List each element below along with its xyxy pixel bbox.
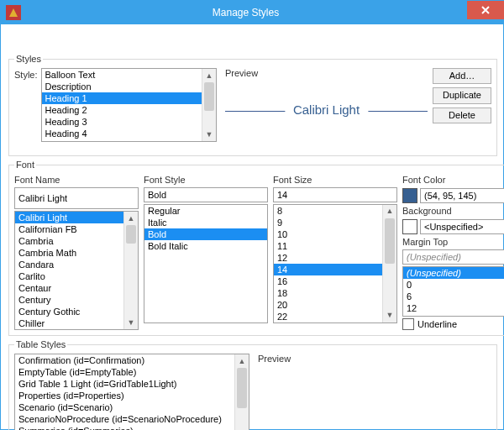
list-item[interactable]: Regular: [144, 205, 267, 217]
list-item[interactable]: Candara: [15, 259, 124, 270]
list-item[interactable]: 16: [274, 275, 383, 287]
window-title: Manage Styles: [24, 7, 467, 18]
font-color-label: Font Color: [402, 175, 504, 186]
underline-checkbox[interactable]: Underline: [402, 318, 504, 330]
list-item[interactable]: Balloon Text: [42, 69, 202, 81]
scroll-thumb[interactable]: [204, 82, 214, 111]
table-styles-group: Table Styles Confirmation (id=Confirmati…: [8, 339, 497, 430]
list-item[interactable]: Century: [15, 294, 124, 306]
list-item[interactable]: Calibri Light: [15, 212, 124, 223]
list-item[interactable]: Cambria: [15, 235, 124, 247]
list-item[interactable]: 22: [274, 311, 383, 322]
list-item[interactable]: Chiller: [15, 317, 124, 329]
list-item[interactable]: 12: [274, 252, 383, 264]
scrollbar[interactable]: ▲ ▼: [234, 354, 249, 430]
table-preview-label: Preview: [258, 354, 491, 364]
style-preview: Calibri Light: [225, 79, 428, 150]
duplicate-button[interactable]: Duplicate: [433, 87, 491, 103]
list-item[interactable]: Cambria Math: [15, 247, 124, 259]
list-item[interactable]: Summaries (id=Summaries): [15, 425, 235, 430]
scrollbar[interactable]: ▲ ▼: [202, 69, 216, 141]
font-color-swatch: [402, 188, 417, 203]
scroll-up-icon: ▲: [235, 354, 249, 368]
font-group: Font Font Name Calibri Light Californian…: [8, 160, 504, 336]
checkbox-box: [402, 318, 414, 330]
list-item[interactable]: Heading 3: [42, 116, 202, 128]
scroll-down-icon: ▼: [124, 316, 138, 329]
background-swatch: [402, 219, 417, 234]
font-size-list[interactable]: 8 9 10 11 12 14 16 18 20 22 ▲: [273, 204, 397, 323]
list-item[interactable]: (Unspecified): [403, 267, 504, 279]
list-item[interactable]: Heading 2: [42, 104, 202, 116]
app-icon: [6, 5, 21, 20]
list-item[interactable]: Centaur: [15, 282, 124, 294]
list-item[interactable]: 9: [274, 217, 383, 228]
close-icon: [481, 6, 490, 14]
scrollbar[interactable]: ▲ ▼: [123, 212, 138, 329]
list-item[interactable]: ScenarioNoProcedure (id=ScenarioNoProced…: [15, 413, 235, 425]
font-size-input[interactable]: [273, 187, 397, 202]
styles-list-label: Style:: [14, 68, 38, 142]
list-item[interactable]: Properties (id=Properties): [15, 390, 235, 401]
list-item[interactable]: 18: [274, 287, 383, 299]
font-style-input[interactable]: [144, 187, 268, 202]
table-styles-list[interactable]: Confirmation (id=Confirmation) EmptyTabl…: [14, 354, 249, 430]
list-item[interactable]: Carlito: [15, 270, 124, 282]
titlebar: Manage Styles: [1, 1, 503, 24]
background-input[interactable]: [420, 219, 504, 234]
font-name-input[interactable]: [14, 187, 139, 209]
scroll-thumb[interactable]: [385, 218, 395, 264]
scroll-thumb[interactable]: [237, 368, 247, 408]
close-button[interactable]: [467, 1, 504, 19]
list-item[interactable]: 12: [403, 302, 504, 314]
list-item[interactable]: 0: [403, 279, 504, 291]
background-label: Background: [402, 206, 504, 217]
list-item[interactable]: Description: [42, 81, 202, 92]
font-color-input[interactable]: [420, 188, 504, 203]
styles-group-label: Styles: [14, 54, 43, 65]
list-item[interactable]: Confirmation (id=Confirmation): [15, 354, 235, 366]
list-item[interactable]: Scenario (id=Scenario): [15, 401, 235, 413]
list-item[interactable]: Century Gothic: [15, 306, 124, 317]
list-item[interactable]: Italic: [144, 217, 267, 228]
scroll-up-icon: ▲: [202, 69, 216, 82]
margin-top-list[interactable]: (Unspecified) 0 6 12 ▲ ▼: [402, 266, 504, 317]
list-item[interactable]: Bold: [144, 228, 267, 240]
preview-text: Calibri Light: [285, 102, 368, 118]
styles-group: Styles Style: Balloon Text Description H…: [8, 54, 497, 156]
scroll-down-icon: ▼: [202, 128, 216, 141]
margin-top-label: Margin Top: [402, 237, 504, 248]
scroll-up-icon: ▲: [383, 205, 396, 218]
list-item[interactable]: Heading 1: [42, 92, 202, 104]
preview-label: Preview: [225, 68, 428, 79]
list-item[interactable]: 14: [274, 264, 383, 275]
table-styles-label: Table Styles: [14, 339, 67, 350]
scroll-down-icon: ▼: [383, 309, 396, 322]
list-item[interactable]: 20: [274, 299, 383, 311]
list-item[interactable]: Bold Italic: [144, 240, 267, 252]
list-item[interactable]: EmptyTable (id=EmptyTable): [15, 366, 235, 378]
list-item[interactable]: 8: [274, 205, 383, 217]
list-item[interactable]: Heading 5: [42, 139, 202, 141]
scroll-thumb[interactable]: [126, 225, 136, 244]
underline-label: Underline: [417, 319, 457, 330]
list-item[interactable]: 11: [274, 240, 383, 252]
add-button[interactable]: Add…: [433, 68, 491, 84]
font-name-list[interactable]: Calibri Light Californian FB Cambria Cam…: [14, 211, 139, 330]
scrollbar[interactable]: ▲ ▼: [382, 205, 396, 322]
margin-top-input[interactable]: [402, 249, 504, 265]
list-item[interactable]: Heading 4: [42, 128, 202, 139]
font-name-label: Font Name: [14, 175, 139, 186]
list-item[interactable]: 6: [403, 291, 504, 302]
font-size-label: Font Size: [273, 175, 397, 186]
list-item[interactable]: 10: [274, 228, 383, 240]
delete-button[interactable]: Delete: [433, 108, 491, 123]
scroll-up-icon: ▲: [124, 212, 138, 225]
list-item[interactable]: Grid Table 1 Light (id=GridTable1Light): [15, 378, 235, 390]
font-group-label: Font: [14, 160, 36, 170]
font-style-list[interactable]: Regular Italic Bold Bold Italic: [144, 204, 268, 323]
styles-list[interactable]: Balloon Text Description Heading 1 Headi…: [41, 68, 217, 142]
font-style-label: Font Style: [144, 175, 268, 186]
list-item[interactable]: Californian FB: [15, 223, 124, 235]
